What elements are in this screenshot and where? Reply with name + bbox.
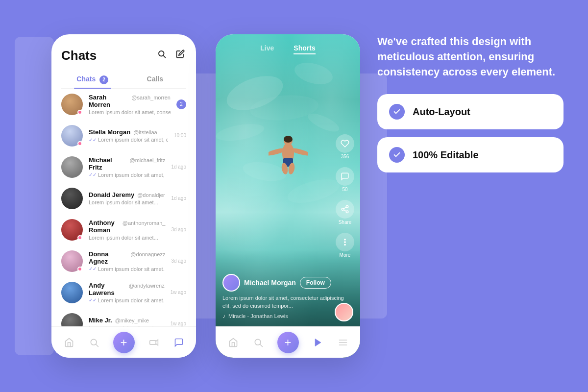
video-description: Lorem ipsum dolor sit amet, consectetur …	[222, 294, 353, 310]
online-indicator	[77, 141, 82, 146]
last-message: Lorem ipsum dolor sit amet...	[89, 199, 165, 205]
video-bottom-navigation: +	[216, 326, 360, 358]
more-button[interactable]: More	[336, 233, 354, 258]
svg-line-1	[163, 55, 165, 57]
avatar	[61, 282, 83, 303]
contact-name: Stella Morgan	[89, 128, 130, 136]
last-message: ✓✓ Lorem ipsum dolor sit amet, co...	[89, 137, 168, 143]
video-user-row: Michael Morgan Follow	[222, 274, 353, 292]
nav-home-icon[interactable]	[227, 337, 239, 348]
list-item[interactable]: Mike Jr. @mikey_mike Lorem ipsum dolor s…	[51, 308, 196, 329]
contact-username: @donaldjer	[137, 192, 165, 198]
follow-button[interactable]: Follow	[300, 277, 331, 289]
svg-point-22	[346, 211, 348, 213]
nav-chat-icon[interactable]	[173, 337, 185, 348]
svg-point-20	[346, 206, 348, 208]
nav-search-icon[interactable]	[88, 337, 100, 348]
message-time: 1w ago	[171, 290, 186, 295]
chat-list: Sarah Morren @sarah_morren Lorem ipsum d…	[51, 89, 196, 329]
avatar-wrap	[61, 188, 83, 209]
last-message: ✓✓ Lorem ipsum dolor sit amet...	[89, 297, 165, 303]
list-item[interactable]: Stella Morgan @itstellaa ✓✓ Lorem ipsum …	[51, 120, 196, 151]
avatar-wrap	[61, 219, 83, 241]
video-username: Michael Morgan	[244, 279, 296, 287]
read-receipt: ✓✓	[89, 137, 97, 143]
bg-decoration-1	[15, 37, 54, 355]
editable-label: 100% Editable	[413, 149, 479, 161]
auto-layout-card: Auto-Layout	[377, 94, 564, 129]
chats-badge: 2	[99, 75, 108, 84]
check-icon-1	[389, 104, 405, 120]
music-note-icon: ♪	[222, 313, 225, 319]
check-icon-2	[389, 147, 405, 163]
tab-calls[interactable]: Calls	[124, 71, 187, 88]
svg-line-3	[96, 344, 98, 346]
comment-count: 50	[342, 187, 347, 192]
tab-shorts[interactable]: Shorts	[294, 44, 315, 54]
comment-button[interactable]: 50	[336, 167, 354, 192]
contact-name: Andy Lawrens	[89, 282, 126, 296]
contact-name: Mike Jr.	[89, 317, 112, 324]
nav-shorts-icon[interactable]	[312, 337, 324, 348]
contact-username: @andylawrenz	[129, 283, 165, 289]
contact-username: @michael_fritz	[129, 157, 165, 163]
contact-name: Donna Agnez	[89, 250, 127, 265]
list-item[interactable]: Anthony Roman @anthonyroman_ Lorem ipsum…	[51, 214, 196, 245]
avatar-wrap	[61, 156, 83, 178]
avatar	[61, 188, 83, 209]
video-top-bar: Live Shorts	[216, 44, 360, 54]
list-item[interactable]: Michael Fritz @michael_fritz ✓✓ Lorem ip…	[51, 151, 196, 183]
svg-point-7	[216, 121, 266, 144]
message-time: 1d ago	[171, 196, 186, 201]
chat-meta: 1w ago	[171, 290, 186, 295]
svg-point-21	[342, 208, 344, 211]
contact-username: @donnagnezz	[130, 251, 165, 257]
music-avatar	[335, 303, 353, 321]
right-panel: We've crafted this design with meticulou…	[377, 34, 564, 180]
message-time: 3d ago	[171, 227, 186, 232]
like-count: 356	[341, 154, 349, 159]
nav-create-button[interactable]: +	[113, 332, 135, 353]
tab-chats[interactable]: Chats 2	[61, 71, 124, 88]
nav-menu-icon[interactable]	[337, 337, 349, 348]
comment-icon	[336, 167, 354, 186]
chat-header-actions	[156, 48, 186, 60]
share-label: Share	[339, 220, 352, 225]
message-time: 1w ago	[171, 321, 186, 326]
contact-name: Sarah Morren	[89, 94, 128, 108]
contact-name: Donald Jeremy	[89, 191, 134, 198]
nav-create-button[interactable]: +	[277, 332, 299, 353]
chat-phone-mockup: Chats Chats 2 Calls	[51, 34, 196, 358]
svg-marker-30	[315, 339, 321, 346]
compose-icon[interactable]	[174, 48, 186, 60]
svg-line-24	[343, 207, 346, 209]
list-item[interactable]: Sarah Morren @sarah_morren Lorem ipsum d…	[51, 89, 196, 120]
nav-search-icon[interactable]	[252, 337, 264, 348]
name-row: Michael Fritz @michael_fritz	[89, 156, 165, 171]
nav-video-icon[interactable]	[148, 337, 160, 348]
chat-meta: 1d ago	[171, 196, 186, 201]
last-message: Lorem ipsum dolor sit amet...	[89, 235, 165, 241]
message-time: 10:00	[174, 133, 186, 138]
list-item[interactable]: Donald Jeremy @donaldjer Lorem ipsum dol…	[51, 183, 196, 214]
more-icon	[336, 233, 354, 251]
tab-live[interactable]: Live	[260, 44, 274, 54]
last-message: Lorem ipsum dolor sit amet, consec...	[89, 109, 171, 115]
nav-home-icon[interactable]	[63, 337, 75, 348]
search-icon[interactable]	[156, 48, 168, 60]
online-indicator	[77, 267, 82, 271]
message-time: 1d ago	[171, 164, 186, 170]
music-title: Miracle - Jonathan Lewis	[228, 313, 288, 319]
name-row: Donna Agnez @donnagnezz	[89, 250, 165, 265]
chat-info: Donald Jeremy @donaldjer Lorem ipsum dol…	[89, 191, 165, 205]
video-music-info: ♪ Miracle - Jonathan Lewis	[222, 313, 353, 319]
list-item[interactable]: Andy Lawrens @andylawrenz ✓✓ Lorem ipsum…	[51, 277, 196, 308]
unread-count: 2	[176, 99, 186, 109]
like-button[interactable]: 356	[336, 134, 354, 159]
contact-username: @mikey_mike	[115, 318, 149, 323]
share-button[interactable]: Share	[336, 200, 354, 225]
last-message: ✓✓ Lorem ipsum dolor sit amet...	[89, 266, 165, 272]
read-receipt: ✓✓	[89, 297, 97, 303]
list-item[interactable]: Donna Agnez @donnagnezz ✓✓ Lorem ipsum d…	[51, 245, 196, 277]
svg-point-6	[292, 59, 335, 88]
